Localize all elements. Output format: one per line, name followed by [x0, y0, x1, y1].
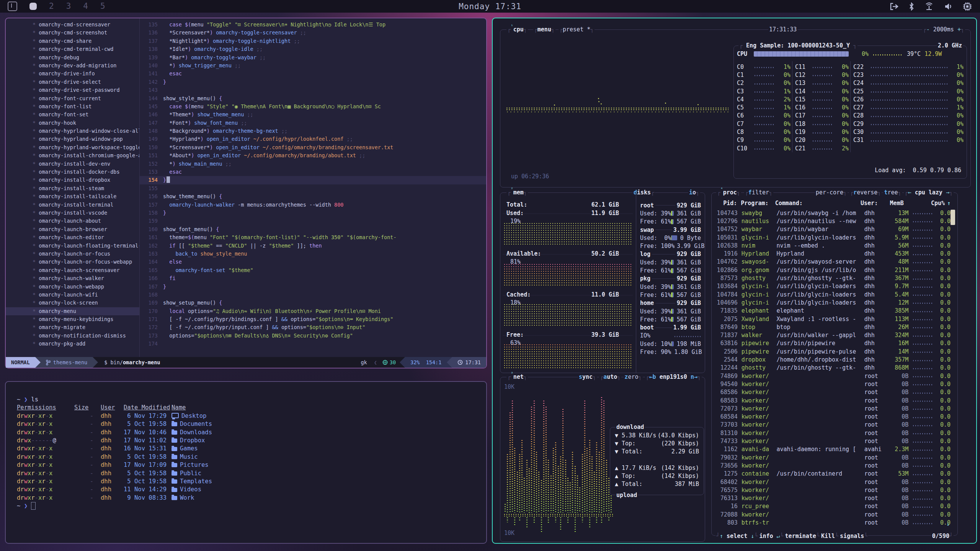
file-list-item[interactable]: * omarchy-debug — [6, 54, 139, 62]
file-list-item[interactable]: * omarchy-install-tailscale — [6, 192, 139, 201]
auto-button[interactable]: ┌auto┐ — [599, 373, 621, 380]
col-user[interactable]: User: — [861, 200, 886, 208]
tree-button[interactable]: tree┐ — [883, 189, 902, 196]
file-list-item[interactable]: * omarchy-cmd-screensaver — [6, 21, 139, 29]
file-list-item[interactable]: * omarchy-launch-or-focus — [6, 250, 139, 258]
interval-minus-button[interactable]: - — [926, 26, 930, 33]
code-line[interactable]: 159 — [140, 217, 486, 225]
process-row[interactable]: 79032kworker/root0B0.0 — [715, 453, 951, 461]
file-list-item[interactable]: * omarchy-cmd-share — [6, 37, 139, 45]
file-list-item[interactable]: * omarchy-pkg-add — [6, 340, 139, 348]
per-core-button[interactable]: per-core┐ — [815, 189, 848, 196]
file-list-item[interactable]: * omarchy-hyprland-window-close-all — [6, 127, 139, 135]
process-row[interactable]: 71837walker/usr/bin/walker --gappldhh324… — [715, 331, 951, 339]
file-list-item[interactable]: * omarchy-launch-editor — [6, 233, 139, 241]
proc-box-label[interactable]: ┌⁴proc┐ ┌filter┐ — [716, 189, 773, 196]
code-line[interactable]: 173 options="$options\n⊞ Defaults\n♁ DNS… — [140, 332, 486, 340]
menu-button[interactable]: ┌menu┐ — [533, 26, 555, 33]
code-line[interactable]: 141 esac — [140, 70, 486, 78]
file-list-item[interactable]: * omarchy-lock-screen — [6, 299, 139, 307]
file-list-item[interactable]: * omarchy-drive-info — [6, 70, 139, 78]
mem-box-label[interactable]: ┌²mem┐ — [506, 189, 528, 196]
file-list-item[interactable]: * omarchy-install-steam — [6, 184, 139, 192]
process-row[interactable]: 16rcu_preeroot0B0.0 — [715, 502, 951, 510]
volume-icon[interactable] — [944, 2, 953, 11]
process-row[interactable]: 104752waybar/usr/bin/waybardhh69M0.0 — [715, 225, 951, 233]
select-down-icon[interactable]: ↓ — [751, 533, 754, 540]
code-line[interactable]: 163 back_to show_style_menu — [140, 250, 486, 258]
filter-button[interactable]: ┌filter┐ — [744, 189, 773, 196]
proc-scrollbar-thumb[interactable] — [951, 210, 955, 225]
net-box-label[interactable]: ┌³net┐ — [506, 373, 528, 380]
code-line[interactable]: 137 *Nightlight*) omarchy-toggle-nightli… — [140, 37, 486, 45]
code-editor[interactable]: 135 case $(menu "Toggle" "⊡ Screensaver\… — [140, 21, 486, 357]
neovim-window[interactable]: * omarchy-cmd-screensaver* omarchy-cmd-s… — [5, 18, 487, 368]
file-list-item[interactable]: * omarchy-dev-add-migration — [6, 62, 139, 70]
interval-plus-button[interactable]: + — [957, 26, 961, 33]
file-list-item[interactable]: * omarchy-hook — [6, 119, 139, 127]
btop-window[interactable]: ┌¹cpu┐ ┌menu┐ ┌preset *┐ 17:31:33 ┌- 200… — [492, 18, 977, 544]
code-line[interactable]: 135 case $(menu "Toggle" "⊡ Screensaver\… — [140, 21, 486, 29]
code-line[interactable]: 156show_theme_menu() { — [140, 192, 486, 201]
process-row[interactable]: 73703kworker/root0B0.0 — [715, 421, 951, 429]
process-row[interactable]: 105031glycin-i/usr/lib/glycin-loadersdhh… — [715, 233, 951, 241]
kill-button[interactable]: Kill└ — [820, 533, 839, 540]
sort-direction-icon[interactable]: ↑ — [947, 200, 951, 208]
signals-button[interactable]: signals└ — [839, 533, 868, 540]
cpu-icon[interactable] — [963, 2, 972, 11]
code-line[interactable]: 169show_setup_menu() { — [140, 299, 486, 307]
code-line[interactable]: 139 *Bar*) omarchy-toggle-waybar ;; — [140, 54, 486, 62]
process-row[interactable]: 104696glycin-i/usr/lib/glycin-loadersdhh… — [715, 298, 951, 306]
process-row[interactable]: 1916HyprlandHyprlanddhh453M0.0 — [715, 250, 951, 258]
code-line[interactable]: 174 — [140, 340, 486, 348]
sort-selector[interactable]: ┌← cpu lazy →┐ — [904, 189, 954, 196]
file-list-item[interactable]: * omarchy-launch-screensaver — [6, 266, 139, 274]
process-row[interactable]: 102796nautilus/usr/bin/nautilus --newdhh… — [715, 217, 951, 225]
file-list-item[interactable]: * omarchy-install-terminal — [6, 201, 139, 209]
code-line[interactable]: 136 *Screensaver*) omarchy-toggle-screen… — [140, 29, 486, 37]
process-row[interactable]: 102866org.gnom/usr/bin/gjs /usr/lib/odhh… — [715, 266, 951, 274]
col-program[interactable]: Program: — [741, 200, 775, 208]
select-up-icon[interactable]: ↑ — [720, 533, 723, 540]
file-list-item[interactable]: * omarchy-launch-about — [6, 217, 139, 225]
process-row[interactable]: 63816pipewire/usr/bin/pipewiredhh16M0.0 — [715, 339, 951, 347]
code-line[interactable]: 150 *Screensaver*) open_in_editor ~/.con… — [140, 143, 486, 152]
file-list-item[interactable]: * omarchy-font-current — [6, 95, 139, 103]
process-row[interactable]: 102638nvimnvim --embed .dhh56M0.0 — [715, 241, 951, 249]
col-pid[interactable]: Pid: — [715, 200, 737, 208]
code-line[interactable]: 145 case $(menu "Style" "◉ Theme\nA Font… — [140, 103, 486, 111]
file-list-item[interactable]: * omarchy-drive-set-password — [6, 86, 139, 94]
process-row[interactable]: 74733kworker/root0B0.0 — [715, 437, 951, 445]
process-row[interactable]: 72088kworker/root0B0.0 — [715, 510, 951, 518]
file-list-item[interactable]: * omarchy-launch-wifi — [6, 291, 139, 299]
code-line[interactable]: 170 local options="♫ Audio\n≈ Wifi\nᛒ Bl… — [140, 307, 486, 315]
col-command[interactable]: Command: — [775, 200, 861, 208]
file-list-item[interactable]: * omarchy-install-docker-dbs — [6, 168, 139, 176]
code-line[interactable]: 140 *) show_trigger_menu ;; — [140, 62, 486, 70]
code-line[interactable]: 167} — [140, 283, 486, 291]
code-line[interactable]: 143 — [140, 86, 486, 94]
file-list-item[interactable]: * omarchy-font-set — [6, 111, 139, 119]
code-line[interactable]: 172 [ -f ~/.config/hypr/input.conf ] && … — [140, 323, 486, 331]
code-line[interactable]: 155 — [140, 184, 486, 192]
code-line[interactable]: 142} — [140, 78, 486, 86]
preset-button[interactable]: ┌preset *┐ — [559, 26, 595, 33]
code-line[interactable]: 162 if [[ "$theme" == "CNCLD" || -z "$th… — [140, 242, 486, 250]
file-list-item[interactable]: * omarchy-hyprland-window-pop — [6, 135, 139, 143]
code-line[interactable]: 157 omarchy-launch-walker -m menus:omarc… — [140, 201, 486, 209]
code-line[interactable]: 149 *Hyprland*) open_in_editor ~/.config… — [140, 135, 486, 143]
process-row[interactable]: 94540kworker/root0B0.0 — [715, 380, 951, 388]
col-cpu[interactable]: Cpu% — [929, 200, 945, 208]
reverse-button[interactable]: ┌reverse┐ — [849, 189, 882, 196]
process-row[interactable]: 68402kworker/root0B0.0 — [715, 478, 951, 486]
file-list-item[interactable]: * omarchy-install-vscode — [6, 209, 139, 217]
process-row[interactable]: 87649btopbtopdhh26M0.0 — [715, 323, 951, 331]
bluetooth-icon[interactable] — [909, 2, 914, 11]
file-list-item[interactable]: * omarchy-launch-walker — [6, 274, 139, 282]
code-line[interactable]: 171 [ -f ~/.config/hypr/bindings.conf ] … — [140, 315, 486, 323]
file-list-item[interactable]: * omarchy-font-list — [6, 103, 139, 111]
file-list-item[interactable]: * omarchy-menu — [6, 307, 139, 315]
terminal-window[interactable]: ~ ❯ lsPermissionsSizeUserDate ModifiedNa… — [5, 381, 487, 544]
process-row[interactable]: 803btrfs-trroot0B0.0 — [715, 518, 951, 527]
file-list-item[interactable]: * omarchy-launch-webapp — [6, 283, 139, 291]
